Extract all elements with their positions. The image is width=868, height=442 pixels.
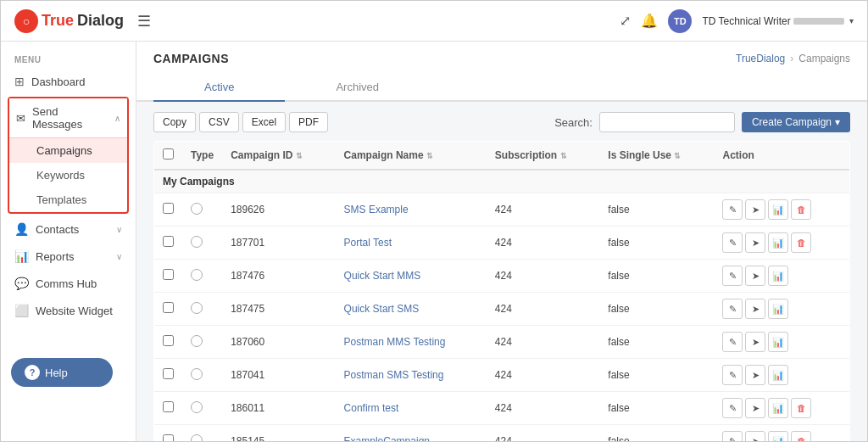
pdf-button[interactable]: PDF (289, 112, 328, 132)
row4-checkbox[interactable] (163, 302, 174, 313)
row5-edit-button[interactable]: ✎ (722, 332, 743, 352)
row8-checkbox[interactable] (163, 434, 174, 441)
sort-campaign-name-icon[interactable]: ⇅ (426, 152, 433, 160)
row5-type-icon (191, 335, 203, 347)
row2-delete-button[interactable]: 🗑 (791, 232, 811, 253)
row6-campaign-link[interactable]: Postman SMS Testing (344, 369, 444, 381)
tab-archived[interactable]: Archived (285, 74, 430, 102)
row5-chart-button[interactable]: 📊 (768, 332, 788, 352)
excel-button[interactable]: Excel (242, 112, 286, 132)
content-header: CAMPAIGNS TrueDialog › Campaigns Active … (136, 42, 867, 102)
sort-campaign-id-icon[interactable]: ⇅ (296, 152, 303, 160)
sidebar-item-website-widget[interactable]: ⬜ Website Widget (1, 297, 136, 324)
row4-edit-button[interactable]: ✎ (722, 299, 743, 319)
copy-button[interactable]: Copy (153, 112, 196, 132)
row4-send-button[interactable]: ➤ (745, 299, 765, 319)
row6-campaign-name: Postman SMS Testing (336, 359, 487, 392)
sort-single-use-icon[interactable]: ⇅ (674, 152, 681, 160)
row3-checkbox[interactable] (163, 269, 174, 280)
row3-single-use: false (599, 260, 714, 293)
row5-campaign-link[interactable]: Postman MMS Testing (344, 336, 446, 348)
row7-type-icon (191, 401, 203, 413)
tabs-row: Active Archived (136, 74, 867, 102)
row2-edit-button[interactable]: ✎ (722, 232, 743, 253)
row7-delete-button[interactable]: 🗑 (791, 398, 811, 418)
chat-now-button[interactable]: ? Help (11, 358, 113, 387)
row6-edit-button[interactable]: ✎ (722, 365, 743, 385)
csv-button[interactable]: CSV (199, 112, 239, 132)
row2-action-btns: ✎ ➤ 📊 🗑 (722, 232, 841, 253)
sidebar-item-dashboard[interactable]: ⊞ Dashboard (1, 68, 136, 95)
hamburger-menu-icon[interactable]: ☰ (137, 12, 151, 31)
row8-send-button[interactable]: ➤ (745, 431, 765, 441)
sidebar-item-contacts[interactable]: 👤 Contacts ∨ (1, 215, 136, 243)
row4-campaign-link[interactable]: Quick Start SMS (344, 303, 420, 315)
bell-icon[interactable]: 🔔 (641, 13, 658, 29)
row2-checkbox[interactable] (163, 236, 174, 247)
row8-action-btns: ✎ ➤ 📊 🗑 (722, 431, 841, 441)
sidebar-label-campaigns: Campaigns (36, 144, 92, 157)
row3-campaign-link[interactable]: Quick Start MMS (344, 270, 421, 282)
th-campaign-name: Campaign Name ⇅ (336, 142, 487, 171)
row1-checkbox[interactable] (163, 203, 174, 214)
row1-delete-button[interactable]: 🗑 (791, 199, 811, 220)
row2-campaign-link[interactable]: Portal Test (344, 237, 392, 249)
row8-single-use: false (599, 425, 714, 442)
row7-checkbox[interactable] (163, 401, 174, 412)
row6-send-button[interactable]: ➤ (745, 365, 765, 385)
sidebar-item-campaigns[interactable]: Campaigns (9, 137, 127, 163)
row3-edit-button[interactable]: ✎ (722, 266, 743, 286)
row8-campaign-link[interactable]: ExampleCampaign (344, 435, 430, 441)
sidebar-label-keywords: Keywords (36, 169, 85, 182)
row6-checkbox[interactable] (163, 368, 174, 379)
row1-type-icon (191, 203, 203, 215)
table-row: 187041 Postman SMS Testing 424 false ✎ ➤… (154, 359, 850, 392)
row3-chart-button[interactable]: 📊 (768, 266, 788, 286)
row7-edit-button[interactable]: ✎ (722, 398, 743, 418)
row7-send-button[interactable]: ➤ (745, 398, 765, 418)
row1-campaign-link[interactable]: SMS Example (344, 204, 409, 215)
row8-edit-button[interactable]: ✎ (722, 431, 743, 441)
sidebar-item-reports[interactable]: 📊 Reports ∨ (1, 243, 136, 270)
content-area: CAMPAIGNS TrueDialog › Campaigns Active … (136, 42, 867, 441)
row7-single-use: false (599, 392, 714, 425)
sidebar-item-templates[interactable]: Templates (9, 187, 127, 212)
breadcrumb-home[interactable]: TrueDialog (736, 53, 785, 64)
row2-send-button[interactable]: ➤ (745, 232, 765, 253)
row8-chart-button[interactable]: 📊 (768, 431, 788, 441)
user-menu-chevron-icon[interactable]: ▾ (849, 16, 854, 25)
row8-delete-button[interactable]: 🗑 (791, 431, 811, 441)
sidebar-item-send-messages[interactable]: ✉ Send Messages ∧ (9, 98, 127, 137)
search-input[interactable] (599, 112, 735, 132)
row5-send-button[interactable]: ➤ (745, 332, 765, 352)
row7-campaign-link[interactable]: Confirm test (344, 402, 399, 414)
toolbar-row: Copy CSV Excel PDF Search: Create Campai… (153, 112, 850, 132)
tab-active[interactable]: Active (153, 74, 285, 102)
row1-edit-button[interactable]: ✎ (722, 199, 743, 220)
create-campaign-label: Create Campaign (752, 116, 832, 128)
sidebar-item-comms-hub[interactable]: 💬 Comms Hub (1, 270, 136, 297)
user-info[interactable]: TD Technical Writer ▾ (702, 15, 854, 27)
row5-checkbox[interactable] (163, 335, 174, 346)
row7-checkbox-cell (154, 392, 183, 425)
row1-send-button[interactable]: ➤ (745, 199, 765, 220)
breadcrumb-row: CAMPAIGNS TrueDialog › Campaigns (153, 52, 850, 65)
sidebar-item-keywords[interactable]: Keywords (9, 163, 127, 187)
row2-chart-button[interactable]: 📊 (768, 232, 788, 253)
row2-type-icon (191, 236, 203, 248)
sort-subscription-icon[interactable]: ⇅ (560, 152, 567, 160)
table-area: Copy CSV Excel PDF Search: Create Campai… (136, 102, 867, 441)
row4-chart-button[interactable]: 📊 (768, 299, 788, 319)
table-row: 187476 Quick Start MMS 424 false ✎ ➤ 📊 (154, 260, 850, 293)
row6-chart-button[interactable]: 📊 (768, 365, 788, 385)
contacts-arrow-icon: ∨ (116, 225, 122, 234)
row1-chart-button[interactable]: 📊 (768, 199, 788, 220)
row5-campaign-name: Postman MMS Testing (336, 326, 487, 359)
create-campaign-button[interactable]: Create Campaign ▾ (742, 112, 850, 132)
breadcrumb-separator: › (790, 53, 793, 64)
expand-icon[interactable]: ⤢ (620, 13, 631, 29)
row7-chart-button[interactable]: 📊 (768, 398, 788, 418)
my-campaigns-section: My Campaigns (154, 170, 850, 193)
row3-send-button[interactable]: ➤ (745, 266, 765, 286)
select-all-checkbox[interactable] (163, 148, 174, 159)
